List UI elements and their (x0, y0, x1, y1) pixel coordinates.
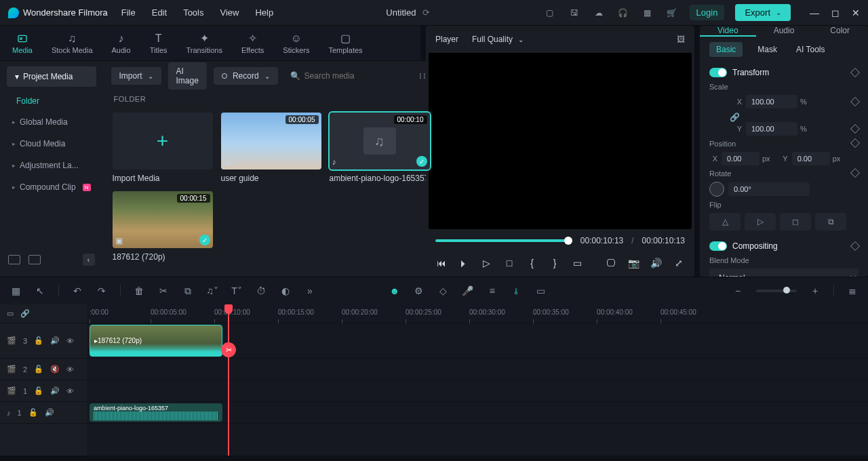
video-track-1[interactable] (87, 380, 868, 402)
ribbon-effects[interactable]: ✧Effects (241, 33, 264, 54)
music-button[interactable]: ♫˅ (206, 285, 218, 296)
keyframe-diamond-icon[interactable] (850, 124, 860, 134)
scrubber[interactable] (435, 239, 572, 242)
zoom-out-button[interactable]: − (732, 285, 744, 296)
video-track-3[interactable]: ▸187612 (720p) (87, 323, 868, 359)
video-track-3-header[interactable]: 🎬3🔓🔊👁 (0, 323, 87, 359)
zoom-in-button[interactable]: + (809, 285, 821, 296)
camera-button[interactable]: 📷 (628, 258, 639, 268)
video-track-1-header[interactable]: 🎬1🔓🔊👁 (0, 380, 87, 402)
menu-view[interactable]: View (220, 7, 239, 18)
flip-reset-button[interactable]: ◻ (780, 213, 811, 230)
maximize-button[interactable]: ◻ (831, 7, 840, 18)
speed-button[interactable]: ⏱ (255, 285, 267, 296)
apps-icon[interactable]: ▦ (641, 6, 654, 20)
login-button[interactable]: Login (690, 5, 725, 20)
magnet-button[interactable]: ⫰ (511, 285, 523, 296)
tab-video[interactable]: Video (700, 26, 756, 37)
subtab-ai-tools[interactable]: AI Tools (792, 42, 829, 57)
lock-icon[interactable]: 🔓 (28, 408, 38, 417)
menu-help[interactable]: Help (255, 7, 273, 18)
scrubber-handle[interactable] (564, 237, 572, 245)
play-button[interactable]: ▷ (481, 258, 492, 268)
folder-label[interactable]: Folder (0, 91, 103, 111)
pos-y-input[interactable] (792, 152, 830, 165)
sidebar-cloud-media[interactable]: ▸Cloud Media (0, 133, 103, 155)
ribbon-titles[interactable]: TTitles (150, 33, 167, 54)
lock-icon[interactable]: 🔓 (34, 336, 43, 345)
save-icon[interactable]: 🖫 (568, 6, 581, 20)
audio-track-1[interactable]: ambient-piano-logo-165357 (87, 402, 868, 424)
close-button[interactable]: ✕ (852, 7, 860, 18)
ribbon-transitions[interactable]: ✦Transitions (186, 33, 222, 54)
media-item-ambient-piano[interactable]: ♫00:00:10♪✓ ambient-piano-logo-165357 (330, 113, 430, 183)
slider-handle[interactable] (783, 287, 790, 294)
player-canvas[interactable] (429, 53, 692, 229)
playhead[interactable]: ✂ (228, 304, 229, 456)
mic-button[interactable]: 🎤 (462, 285, 474, 296)
link-xy-icon[interactable]: 🔗 (730, 113, 859, 122)
split-scissor-icon[interactable]: ✂ (221, 342, 236, 357)
prev-frame-button[interactable]: ⏮ (435, 258, 447, 268)
ribbon-audio[interactable]: ♪Audio (112, 33, 131, 54)
headset-icon[interactable]: 🎧 (616, 6, 630, 20)
menu-file[interactable]: File (121, 7, 136, 18)
ribbon-media[interactable]: Media (12, 33, 33, 54)
keyframe-diamond-icon[interactable] (850, 97, 860, 106)
rotate-dial[interactable] (709, 182, 724, 197)
lock-icon[interactable]: 🔓 (34, 365, 43, 374)
media-item-187612[interactable]: 00:00:15▣✓ 187612 (720p) (113, 191, 213, 262)
crop-button[interactable]: ⧉ (182, 285, 194, 297)
blend-mode-select[interactable]: Normal (709, 268, 859, 277)
visibility-icon[interactable]: 👁 (66, 365, 74, 374)
video-track-2-header[interactable]: 🎬2🔓🔇👁 (0, 359, 87, 380)
flip-horizontal-button[interactable]: △ (709, 213, 741, 230)
track-view-button[interactable]: ≣ (846, 285, 859, 296)
new-folder-icon[interactable] (8, 255, 20, 264)
ribbon-templates[interactable]: ▢Templates (328, 33, 362, 54)
tab-audio[interactable]: Audio (756, 26, 812, 37)
quality-select[interactable]: Full Quality⌄ (472, 35, 524, 44)
mute-icon[interactable]: 🔊 (50, 336, 60, 345)
fullscreen-button[interactable]: ⤢ (673, 258, 685, 268)
video-clip-187612[interactable]: ▸187612 (720p) (90, 325, 222, 357)
settings-button[interactable]: ⚙ (413, 285, 425, 296)
transform-toggle[interactable] (709, 68, 727, 77)
scale-x-input[interactable] (746, 95, 797, 108)
mute-icon[interactable]: 🔊 (45, 408, 54, 417)
scale-y-input[interactable] (746, 122, 797, 136)
sidebar-global-media[interactable]: ▸Global Media (0, 111, 103, 133)
visibility-icon[interactable]: 👁 (66, 387, 74, 395)
subtab-basic[interactable]: Basic (709, 42, 743, 57)
keyframe-diamond-icon[interactable] (850, 68, 860, 77)
link-tracks-icon[interactable]: 🔗 (20, 309, 30, 318)
audio-track-1-header[interactable]: ♪1🔓🔊 (0, 402, 87, 424)
mute-icon[interactable]: 🔊 (50, 386, 60, 395)
tab-color[interactable]: Color (812, 26, 868, 37)
pos-x-input[interactable] (722, 152, 760, 165)
cursor-icon[interactable]: ↖ (34, 285, 46, 296)
audio-clip-ambient-piano[interactable]: ambient-piano-logo-165357 (90, 403, 222, 422)
search-input[interactable] (304, 71, 406, 81)
display-button[interactable]: 🖵 (605, 258, 616, 268)
more-tools-button[interactable]: » (304, 285, 316, 296)
ai-button[interactable]: ☻ (389, 285, 401, 296)
flip-copy-button[interactable]: ⧉ (815, 213, 846, 230)
text-button[interactable]: T˅ (231, 285, 243, 296)
render-button[interactable]: ▭ (535, 285, 547, 296)
mixer-button[interactable]: ≡ (486, 285, 498, 296)
color-button[interactable]: ◐ (279, 285, 292, 296)
mark-in-button[interactable]: { (526, 258, 538, 268)
video-track-2[interactable] (87, 359, 868, 380)
rotate-input[interactable] (728, 182, 810, 196)
media-item-user-guide[interactable]: 00:00:05▣ user guide (221, 113, 321, 183)
ribbon-stock-media[interactable]: ♫Stock Media (52, 33, 93, 54)
timeline-tracks[interactable]: :00:00 00:00:05:00 00:00:10:00 00:00:15:… (87, 304, 868, 456)
export-button[interactable]: Export ⌄ (735, 4, 791, 21)
menu-tools[interactable]: Tools (183, 7, 203, 18)
compositing-toggle[interactable] (709, 241, 727, 251)
cut-button[interactable]: ✂ (157, 285, 170, 296)
record-dropdown[interactable]: Record⌄ (214, 67, 278, 85)
redo-button[interactable]: ↷ (96, 285, 108, 296)
lock-icon[interactable]: 🔓 (34, 386, 43, 395)
